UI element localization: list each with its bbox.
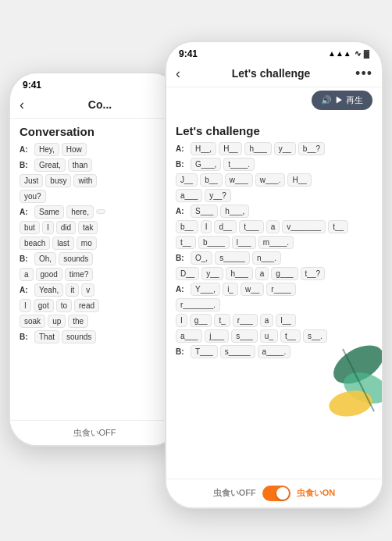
word-block[interactable]: y__: [274, 142, 296, 155]
word-block[interactable]: the: [68, 315, 88, 328]
word-block[interactable]: up: [48, 315, 66, 328]
word-block[interactable]: t__: [328, 220, 348, 233]
left-toggle-label[interactable]: 虫食いOFF: [73, 427, 116, 439]
word-block[interactable]: Same: [34, 205, 64, 219]
word-block[interactable]: O_,: [191, 251, 212, 265]
word-block[interactable]: busy: [45, 174, 71, 187]
word-block[interactable]: good: [36, 268, 62, 281]
word-block[interactable]: than: [68, 158, 92, 172]
word-block[interactable]: t____.: [223, 158, 255, 171]
word-block[interactable]: H__: [219, 142, 242, 155]
word-block[interactable]: Y___,: [191, 283, 220, 296]
word-block[interactable]: a___: [176, 189, 202, 202]
word-block[interactable]: t__?: [301, 267, 325, 280]
word-block[interactable]: r_______.: [176, 298, 220, 311]
word-block[interactable]: T___: [191, 345, 218, 358]
right-back-button[interactable]: ‹: [176, 66, 180, 82]
word-block[interactable]: t__: [280, 329, 301, 343]
right-toggle-on-label[interactable]: 虫食いON: [297, 487, 336, 499]
word-block[interactable]: a: [260, 314, 274, 327]
word-block[interactable]: w___.: [255, 173, 286, 187]
word-block[interactable]: but: [20, 221, 40, 234]
word-block[interactable]: w___: [225, 173, 253, 187]
word-block[interactable]: read: [74, 299, 99, 312]
word-block[interactable]: a____.: [258, 345, 291, 358]
word-block[interactable]: h___: [244, 142, 271, 155]
word-block[interactable]: Great,: [34, 158, 66, 172]
word-block[interactable]: Yeah,: [34, 283, 63, 297]
word-block[interactable]: y__: [201, 267, 223, 280]
word-block[interactable]: s_____: [220, 345, 255, 358]
word-block[interactable]: Oh,: [34, 252, 56, 265]
word-block[interactable]: I: [42, 221, 54, 234]
word-block[interactable]: mo: [77, 237, 97, 250]
word-block[interactable]: beach: [20, 237, 50, 250]
play-button[interactable]: 🔊 ▶ 再生: [312, 91, 372, 110]
word-block[interactable]: sounds: [62, 330, 96, 343]
word-block[interactable]: here,: [66, 205, 94, 219]
toggle-switch[interactable]: [262, 486, 290, 501]
left-back-button[interactable]: ‹: [20, 97, 24, 113]
word-block[interactable]: I: [20, 299, 31, 312]
left-bottom-bar[interactable]: 虫食いOFF: [10, 420, 179, 445]
word-block[interactable]: I: [176, 314, 187, 327]
word-block[interactable]: t___: [239, 220, 263, 233]
word-block[interactable]: r____: [266, 283, 296, 296]
word-block[interactable]: J__: [176, 173, 198, 187]
word-block[interactable]: g___: [271, 267, 298, 280]
word-block[interactable]: g__: [190, 314, 212, 327]
word-block[interactable]: That: [34, 330, 59, 343]
word-block[interactable]: m____.: [258, 236, 294, 249]
word-block[interactable]: n___.: [252, 251, 281, 265]
word-block[interactable]: r___: [233, 314, 258, 327]
word-block[interactable]: y__?: [205, 189, 231, 202]
word-block[interactable]: s__.: [303, 329, 327, 343]
word-block[interactable]: D__: [176, 267, 199, 280]
word-block[interactable]: S___: [191, 205, 218, 218]
word-block[interactable]: sounds: [59, 252, 93, 265]
word-block[interactable]: d__: [214, 220, 237, 233]
word-block[interactable]: h___,: [220, 205, 249, 218]
word-block[interactable]: v_______: [282, 220, 326, 233]
word-block[interactable]: a___: [176, 329, 202, 343]
word-block[interactable]: b____: [198, 236, 230, 249]
word-block[interactable]: How: [62, 143, 87, 156]
word-block[interactable]: a: [20, 268, 34, 281]
word-block[interactable]: h___: [226, 267, 252, 280]
word-block[interactable]: H__: [287, 173, 311, 187]
word-block[interactable]: v: [81, 283, 94, 297]
right-more-button[interactable]: •••: [355, 66, 372, 82]
right-toggle-off-label[interactable]: 虫食いOFF: [213, 487, 256, 499]
word-block[interactable]: G___,: [191, 158, 221, 171]
word-block[interactable]: j___: [205, 329, 229, 343]
word-block[interactable]: a: [266, 220, 280, 233]
word-block[interactable]: t__: [176, 236, 196, 249]
word-block[interactable]: to: [56, 299, 72, 312]
word-block[interactable]: with: [73, 174, 97, 187]
word-block[interactable]: last: [52, 237, 74, 250]
word-block[interactable]: b__: [176, 220, 198, 233]
word-block[interactable]: I: [201, 220, 212, 233]
word-block[interactable]: Just: [20, 174, 43, 187]
word-block[interactable]: i_: [223, 283, 238, 296]
word-block[interactable]: t_: [214, 314, 230, 327]
word-block[interactable]: l___: [232, 236, 256, 249]
word-block[interactable]: it: [66, 283, 79, 297]
word-block[interactable]: tak: [78, 221, 98, 234]
word-block[interactable]: soak: [20, 315, 45, 328]
word-block[interactable]: b__?: [298, 142, 325, 155]
word-block[interactable]: a: [255, 267, 269, 280]
word-block[interactable]: time?: [65, 268, 93, 281]
word-block[interactable]: s_____: [215, 251, 250, 265]
word-block[interactable]: s___: [231, 329, 258, 343]
word-block[interactable]: got: [34, 299, 54, 312]
word-block[interactable]: l__: [276, 314, 295, 327]
word-block[interactable]: w__: [241, 283, 264, 296]
word-block[interactable]: you?: [20, 190, 46, 203]
word-block[interactable]: did: [56, 221, 76, 234]
word-block[interactable]: H__,: [191, 142, 216, 155]
word-block[interactable]: b__: [200, 173, 223, 187]
word-block[interactable]: [96, 209, 105, 214]
word-block[interactable]: u_: [260, 329, 278, 343]
word-block[interactable]: Hey,: [34, 143, 59, 156]
